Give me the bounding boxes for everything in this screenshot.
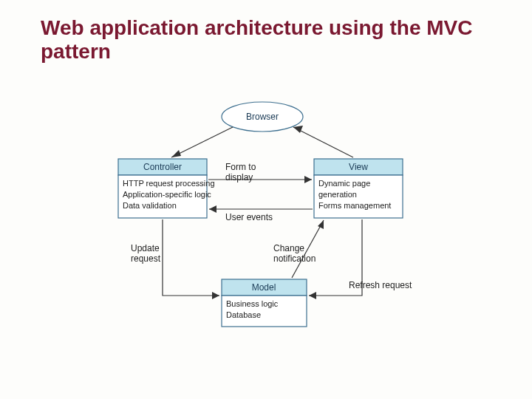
controller-line2: Application-specific logic [123, 190, 211, 199]
arrow-update-request: Update request [131, 219, 219, 299]
controller-header: Controller [143, 162, 182, 172]
model-node: Model Business logic Database [222, 279, 307, 327]
view-line2: generation [318, 190, 357, 199]
arrow-view-browser [293, 126, 353, 157]
mvc-diagram: Browser Controller HTTP request processi… [0, 0, 532, 399]
model-line1: Business logic [226, 299, 279, 308]
view-line1: Dynamic page [318, 179, 370, 188]
update-request-l2: request [131, 253, 161, 264]
arrow-user-events: User events [209, 205, 313, 222]
view-header: View [349, 162, 368, 172]
svg-marker-8 [171, 150, 181, 157]
svg-marker-16 [318, 220, 324, 229]
browser-node: Browser [222, 102, 303, 132]
arrow-change-notification: Change notification [273, 220, 324, 278]
update-request-l1: Update [131, 243, 160, 253]
svg-marker-15 [212, 292, 219, 299]
refresh-request-label: Refresh request [349, 280, 412, 290]
arrow-form-to-display: Form to display [208, 162, 312, 183]
svg-marker-12 [304, 176, 312, 183]
form-to-display-l1: Form to [225, 162, 256, 172]
change-notification-l1: Change [273, 243, 304, 253]
form-to-display-l2: display [225, 172, 253, 183]
controller-line1: HTTP request processing [123, 179, 215, 188]
change-notification-l2: notification [273, 253, 316, 264]
svg-marker-10 [293, 126, 303, 133]
browser-label: Browser [246, 112, 279, 122]
svg-line-9 [293, 127, 353, 157]
svg-line-7 [171, 127, 233, 157]
arrow-browser-controller [171, 127, 233, 157]
view-node: View Dynamic page generation Forms manag… [314, 159, 403, 218]
controller-node: Controller HTTP request processing Appli… [118, 159, 215, 218]
user-events-label: User events [225, 212, 273, 222]
model-header: Model [252, 282, 276, 293]
controller-line3: Data validation [123, 201, 177, 210]
model-line2: Database [226, 310, 261, 319]
view-line3: Forms management [318, 201, 391, 210]
svg-marker-14 [209, 205, 216, 213]
svg-marker-17 [309, 292, 316, 299]
arrow-refresh-request: Refresh request [309, 219, 412, 299]
